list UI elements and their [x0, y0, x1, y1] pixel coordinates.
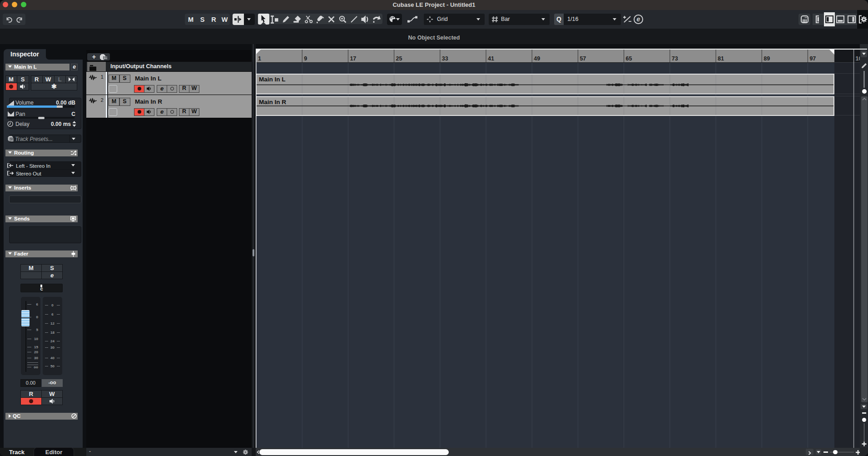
svg-text:17: 17 — [350, 55, 356, 62]
svg-text:1: 1 — [258, 55, 261, 62]
svg-text:49: 49 — [534, 55, 540, 62]
svg-text:73: 73 — [672, 55, 678, 62]
svg-text:65: 65 — [626, 55, 632, 62]
svg-text:33: 33 — [442, 55, 448, 62]
svg-text:57: 57 — [580, 55, 586, 62]
svg-text:81: 81 — [718, 55, 724, 62]
svg-text:Main In R: Main In R — [259, 99, 286, 105]
svg-text:97: 97 — [809, 55, 816, 62]
svg-text:25: 25 — [396, 55, 402, 62]
svg-text:105: 105 — [856, 55, 860, 62]
svg-text:9: 9 — [304, 55, 307, 62]
svg-text:89: 89 — [764, 55, 770, 62]
svg-text:41: 41 — [488, 55, 494, 62]
svg-text:Main In L: Main In L — [259, 76, 286, 83]
